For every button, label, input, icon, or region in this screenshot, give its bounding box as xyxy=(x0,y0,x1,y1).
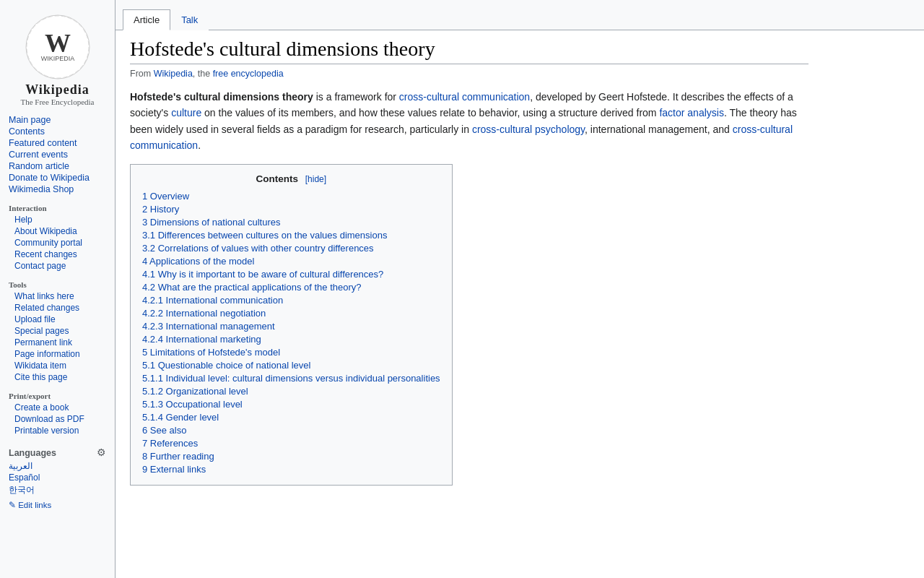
sidebar-item-featured-content[interactable]: Featured content xyxy=(0,137,115,149)
toc-link-4-2[interactable]: 4.2 What are the practical applications … xyxy=(142,282,362,293)
toc-link-9[interactable]: 9 External links xyxy=(142,464,206,475)
lang-korean[interactable]: 한국어 xyxy=(9,483,106,497)
sidebar-item-wikimedia-shop[interactable]: Wikimedia Shop xyxy=(0,184,115,195)
sidebar-item-contact[interactable]: Contact page xyxy=(0,260,115,272)
toc-item-6: 6 See also xyxy=(142,424,440,437)
interaction-section: Interaction Help About Wikipedia Communi… xyxy=(0,197,115,273)
sidebar-item-special-pages[interactable]: Special pages xyxy=(0,325,115,337)
toc-item-5-1-4: 5.1.4 Gender level xyxy=(142,411,440,424)
toc-item-5-1-3: 5.1.3 Occupational level xyxy=(142,398,440,411)
sidebar-item-about[interactable]: About Wikipedia xyxy=(0,225,115,237)
article-intro: Hofstede's cultural dimensions theory is… xyxy=(130,89,808,154)
toc-item-3: 3 Dimensions of national cultures xyxy=(142,216,440,229)
sidebar-item-help[interactable]: Help xyxy=(0,214,115,225)
toc-header: Contents [hide] xyxy=(142,173,440,184)
toc-item-7: 7 References xyxy=(142,437,440,450)
sidebar-item-recent-changes[interactable]: Recent changes xyxy=(0,249,115,260)
tools-header: Tools xyxy=(0,277,115,290)
toc-item-8: 8 Further reading xyxy=(142,450,440,463)
svg-text:WIKIPEDIA: WIKIPEDIA xyxy=(40,55,74,62)
factor-analysis-link[interactable]: factor analysis xyxy=(659,107,723,118)
toc-item-3-2: 3.2 Correlations of values with other co… xyxy=(142,242,440,255)
toc-item-4-2-2: 4.2.2 International negotiation xyxy=(142,307,440,320)
wikipedia-link[interactable]: Wikipedia xyxy=(154,69,193,79)
toc-link-5-1-2[interactable]: 5.1.2 Organizational level xyxy=(142,386,248,397)
culture-link[interactable]: culture xyxy=(171,107,201,118)
sidebar-item-donate[interactable]: Donate to Wikipedia xyxy=(0,172,115,184)
toc-item-3-1: 3.1 Differences between cultures on the … xyxy=(142,229,440,242)
site-title: Wikipedia xyxy=(4,82,111,98)
article-intro-bold: Hofstede's cultural dimensions theory xyxy=(130,91,313,103)
toc-link-1[interactable]: 1 Overview xyxy=(142,191,189,202)
navigation-section: Main page Contents Featured content Curr… xyxy=(0,110,115,197)
toc-link-6[interactable]: 6 See also xyxy=(142,425,186,436)
toc-link-4[interactable]: 4 Applications of the model xyxy=(142,256,254,267)
sidebar-item-related-changes[interactable]: Related changes xyxy=(0,302,115,314)
print-export-header: Print/export xyxy=(0,389,115,402)
toc-link-5-1-4[interactable]: 5.1.4 Gender level xyxy=(142,412,219,423)
wikipedia-logo: W WIKIPEDIA xyxy=(25,14,90,79)
sidebar-item-random-article[interactable]: Random article xyxy=(0,160,115,172)
toc-link-2[interactable]: 2 History xyxy=(142,204,179,215)
toc-item-4-1: 4.1 Why is it important to be aware of c… xyxy=(142,268,440,281)
sidebar-item-permanent-link[interactable]: Permanent link xyxy=(0,337,115,348)
toc-link-3-2[interactable]: 3.2 Correlations of values with other co… xyxy=(142,243,374,254)
sidebar-item-main-page[interactable]: Main page xyxy=(0,114,115,126)
sidebar-item-page-info[interactable]: Page information xyxy=(0,348,115,360)
free-encyclopedia-link[interactable]: free encyclopedia xyxy=(213,69,284,79)
toc-link-8[interactable]: 8 Further reading xyxy=(142,451,214,462)
sidebar-item-upload-file[interactable]: Upload file xyxy=(0,314,115,325)
toc-item-5-1-1: 5.1.1 Individual level: cultural dimensi… xyxy=(142,372,440,385)
toc-link-4-1[interactable]: 4.1 Why is it important to be aware of c… xyxy=(142,269,383,280)
toc-item-4-2-4: 4.2.4 International marketing xyxy=(142,333,440,346)
toc-link-3-1[interactable]: 3.1 Differences between cultures on the … xyxy=(142,230,387,241)
gear-icon[interactable]: ⚙ xyxy=(97,447,106,459)
sidebar-item-what-links-here[interactable]: What links here xyxy=(0,290,115,302)
cross-cultural-communication-link-2[interactable]: cross-cultural communication xyxy=(130,124,793,151)
lang-spanish[interactable]: Español xyxy=(9,472,106,483)
sidebar-item-printable[interactable]: Printable version xyxy=(0,425,115,436)
toc-item-1: 1 Overview xyxy=(142,190,440,203)
tools-section: Tools What links here Related changes Up… xyxy=(0,273,115,384)
sidebar-item-contents[interactable]: Contents xyxy=(0,126,115,137)
toc-link-5-1[interactable]: 5.1 Questionable choice of national leve… xyxy=(142,360,310,371)
site-subtitle: The Free Encyclopedia xyxy=(4,98,111,106)
sidebar-item-download-pdf[interactable]: Download as PDF xyxy=(0,413,115,425)
toc-link-3[interactable]: 3 Dimensions of national cultures xyxy=(142,217,281,228)
article-body: Hofstede's cultural dimensions theory Fr… xyxy=(116,30,823,512)
cross-cultural-communication-link-1[interactable]: cross-cultural communication xyxy=(399,91,530,103)
languages-section: Languages ⚙ العربية Español 한국어 ✎ Edit l… xyxy=(0,438,115,514)
languages-header-row: Languages ⚙ xyxy=(0,442,115,460)
cross-cultural-psychology-link[interactable]: cross-cultural psychology xyxy=(472,124,585,135)
sidebar: W WIKIPEDIA Wikipedia The Free Encyclope… xyxy=(0,0,116,578)
sidebar-item-current-events[interactable]: Current events xyxy=(0,149,115,160)
print-export-section: Print/export Create a book Download as P… xyxy=(0,384,115,438)
toc-item-5: 5 Limitations of Hofstede's model xyxy=(142,346,440,359)
toc-link-4-2-2[interactable]: 4.2.2 International negotiation xyxy=(142,308,266,319)
toc-hide-button[interactable]: [hide] xyxy=(305,174,326,184)
tab-talk[interactable]: Talk xyxy=(170,9,209,30)
edit-links[interactable]: ✎ Edit links xyxy=(0,497,115,513)
sidebar-item-cite[interactable]: Cite this page xyxy=(0,371,115,383)
sidebar-item-community-portal[interactable]: Community portal xyxy=(0,237,115,249)
svg-text:W: W xyxy=(45,29,71,58)
article-title: Hofstede's cultural dimensions theory xyxy=(130,38,808,64)
toc-link-4-2-4[interactable]: 4.2.4 International marketing xyxy=(142,334,261,345)
toc-link-5-1-1[interactable]: 5.1.1 Individual level: cultural dimensi… xyxy=(142,373,440,384)
toc-link-4-2-3[interactable]: 4.2.3 International management xyxy=(142,321,275,332)
toc-link-7[interactable]: 7 References xyxy=(142,438,198,449)
languages-header: Languages xyxy=(9,448,56,458)
main-content: Article Talk Hofstede's cultural dimensi… xyxy=(116,0,924,578)
tab-article[interactable]: Article xyxy=(123,9,170,30)
toc-link-5[interactable]: 5 Limitations of Hofstede's model xyxy=(142,347,280,358)
toc-item-4-2-3: 4.2.3 International management xyxy=(142,320,440,333)
sidebar-item-create-book[interactable]: Create a book xyxy=(0,402,115,413)
table-of-contents: Contents [hide] 1 Overview 2 History 3 D… xyxy=(130,164,453,486)
lang-arabic[interactable]: العربية xyxy=(9,460,106,472)
sidebar-item-wikidata[interactable]: Wikidata item xyxy=(0,360,115,371)
toc-item-4: 4 Applications of the model xyxy=(142,255,440,268)
toc-link-4-2-1[interactable]: 4.2.1 International communication xyxy=(142,295,283,306)
logo: W WIKIPEDIA Wikipedia The Free Encyclope… xyxy=(0,7,115,110)
toc-item-4-2: 4.2 What are the practical applications … xyxy=(142,281,440,294)
toc-link-5-1-3[interactable]: 5.1.3 Occupational level xyxy=(142,399,243,410)
